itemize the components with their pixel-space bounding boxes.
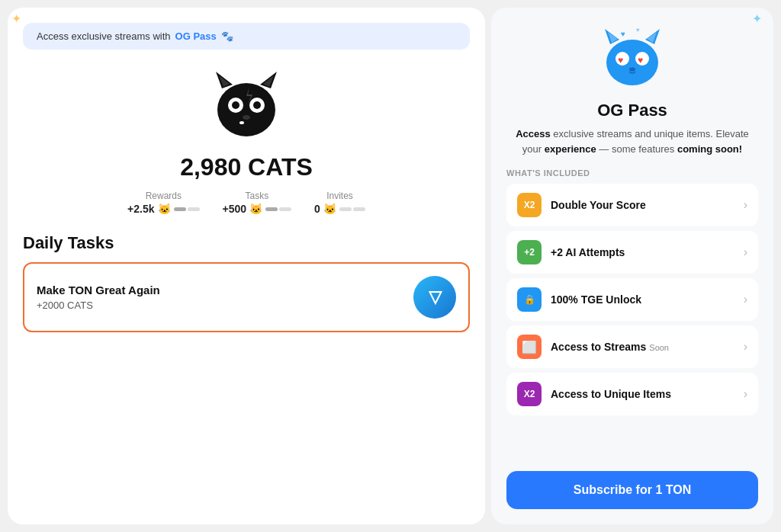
feature-ai-attempts[interactable]: +2 +2 AI Attempts ›: [506, 231, 758, 274]
description-dash: — some features: [596, 143, 677, 155]
cat-icon-area: [201, 62, 292, 146]
app-container: ✦ Access exclusive streams with OG Pass …: [0, 0, 781, 532]
streams-soon-badge: Soon: [649, 343, 669, 352]
tge-unlock-icon: 🔒: [517, 287, 542, 312]
streams-chevron: ›: [744, 340, 747, 354]
og-pass-cat: ♥ ♥ ♥ ♥: [598, 23, 667, 91]
feature-double-score[interactable]: X2 Double Your Score ›: [506, 184, 758, 226]
svg-text:♥: ♥: [636, 27, 640, 34]
corner-decoration-tl: ✦: [11, 11, 27, 27]
daily-tasks-title: Daily Tasks: [23, 233, 470, 253]
cat-icon: [208, 66, 284, 142]
description-experience: experience: [545, 143, 596, 155]
rewards-progress: [174, 207, 200, 211]
invites-value: 0 🐱: [314, 203, 365, 215]
unique-items-icon: X2: [517, 382, 542, 406]
ai-attempts-icon: +2: [517, 240, 542, 264]
access-banner: Access exclusive streams with OG Pass 🐾: [23, 23, 470, 50]
task-info: Make TON Great Again +2000 CATS: [37, 284, 160, 311]
subscribe-button[interactable]: Subscribe for 1 TON: [506, 471, 758, 509]
svg-point-6: [253, 101, 261, 109]
double-score-chevron: ›: [744, 198, 747, 212]
daily-tasks-section: Daily Tasks Make TON Great Again +2000 C…: [23, 233, 470, 332]
streams-icon: ⬜: [517, 335, 542, 359]
stats-row: Rewards +2.5k 🐱 Tasks +500 🐱: [127, 191, 365, 215]
whats-included-label: WHAT'S INCLUDED: [506, 168, 590, 178]
banner-text: Access exclusive streams with: [37, 30, 171, 42]
task-reward: +2000 CATS: [37, 300, 160, 311]
stat-rewards: Rewards +2.5k 🐱: [127, 191, 199, 215]
tasks-cat-emoji: 🐱: [249, 203, 262, 215]
description-coming-soon: coming soon!: [677, 143, 742, 155]
rewards-cat-emoji: 🐱: [158, 203, 171, 215]
tasks-label: Tasks: [245, 191, 268, 201]
feature-tge-unlock[interactable]: 🔒 100% TGE Unlock ›: [506, 278, 758, 321]
ai-attempts-chevron: ›: [744, 245, 747, 259]
tasks-progress: [265, 207, 291, 211]
invites-label: Invites: [326, 191, 353, 201]
feature-access-streams[interactable]: ⬜ Access to StreamsSoon ›: [506, 325, 758, 368]
banner-emoji: 🐾: [221, 30, 233, 42]
rewards-value: +2.5k 🐱: [127, 203, 199, 215]
features-list: X2 Double Your Score › +2 +2 AI Attempts…: [506, 184, 758, 415]
left-panel: ✦ Access exclusive streams with OG Pass …: [8, 8, 485, 524]
unique-items-text: Access to Unique Items: [551, 388, 734, 400]
tge-unlock-text: 100% TGE Unlock: [551, 293, 734, 306]
double-score-icon: X2: [517, 193, 542, 217]
stat-tasks: Tasks +500 🐱: [223, 191, 292, 215]
tge-unlock-chevron: ›: [744, 293, 747, 306]
ai-attempts-text: +2 AI Attempts: [551, 246, 734, 258]
rewards-label: Rewards: [146, 191, 182, 201]
og-description: Access exclusive streams and unique item…: [506, 127, 758, 156]
og-pass-link[interactable]: OG Pass: [175, 30, 217, 42]
svg-point-21: [629, 68, 635, 72]
svg-point-12: [606, 40, 658, 85]
double-score-text: Double Your Score: [551, 199, 734, 211]
description-access: Access: [516, 128, 551, 139]
svg-point-0: [217, 83, 275, 136]
tasks-value: +500 🐱: [223, 203, 292, 215]
og-pass-title: OG Pass: [597, 101, 667, 120]
corner-decoration-tr: ✦: [752, 11, 762, 26]
svg-text:♥: ♥: [638, 55, 643, 66]
og-cat-svg: ♥ ♥ ♥ ♥: [598, 23, 667, 91]
svg-text:♥: ♥: [621, 30, 625, 38]
feature-unique-items[interactable]: X2 Access to Unique Items ›: [506, 373, 758, 415]
task-name: Make TON Great Again: [37, 284, 160, 296]
invites-cat-emoji: 🐱: [323, 203, 336, 215]
task-action-button[interactable]: ▽: [413, 276, 456, 319]
task-card: Make TON Great Again +2000 CATS ▽: [23, 262, 470, 332]
svg-point-5: [232, 101, 239, 109]
unique-items-chevron: ›: [744, 387, 747, 401]
stat-invites: Invites 0 🐱: [314, 191, 365, 215]
svg-text:♥: ♥: [618, 55, 623, 66]
invites-progress: [339, 207, 365, 211]
score-display: 2,980 CATS: [180, 153, 313, 181]
svg-point-8: [239, 121, 244, 124]
svg-point-7: [243, 115, 250, 120]
ton-icon: ▽: [429, 287, 442, 307]
right-panel: ✦ ♥ ♥: [491, 8, 773, 524]
streams-text: Access to StreamsSoon: [551, 341, 734, 353]
